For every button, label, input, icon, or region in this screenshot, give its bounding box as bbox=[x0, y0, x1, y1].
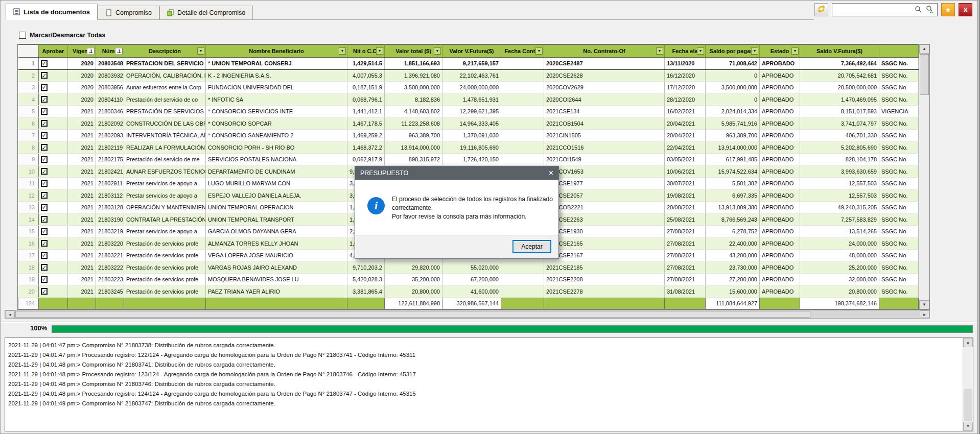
filter-arrow-icon[interactable]: ▼ bbox=[376, 47, 383, 55]
row-checkbox[interactable]: ✓ bbox=[41, 120, 48, 127]
row-checkbox[interactable]: ✓ bbox=[41, 288, 48, 295]
refresh-button[interactable] bbox=[814, 3, 828, 16]
cell-extra: VIGENCIA bbox=[879, 106, 919, 118]
table-row[interactable]: 5✓202121800346PRESTACIÓN DE SERVICIOS PA… bbox=[18, 106, 919, 118]
tab-detalle-del-compromiso[interactable]: Detalle del Compromiso bbox=[159, 6, 253, 19]
console-scroll-thumb[interactable] bbox=[964, 390, 972, 421]
row-checkbox[interactable]: ✓ bbox=[41, 156, 48, 163]
console-scroll-up-icon[interactable]: ▲ bbox=[963, 338, 973, 347]
table-row[interactable]: 7✓202121802093INTERVENTORÍA TÉCNICA, ADM… bbox=[18, 130, 919, 142]
filter-arrow-icon[interactable]: ▼ bbox=[656, 47, 663, 55]
row-checkbox[interactable]: ✓ bbox=[41, 132, 48, 139]
total-cell-descripcion bbox=[124, 298, 206, 309]
cell-contrato: 2021CSE2185 bbox=[544, 261, 665, 274]
filter-arrow-icon[interactable]: ▼ bbox=[339, 47, 346, 55]
table-row[interactable]: 19✓202121803223Prestación de servicios p… bbox=[18, 274, 919, 286]
cell-saldo_vfutura: 25,200,000 bbox=[800, 261, 879, 274]
row-checkbox[interactable]: ✓ bbox=[41, 72, 48, 79]
col-header-aprobar[interactable]: Aprobar bbox=[39, 45, 68, 58]
table-row[interactable]: 9✓202121802175Prestación del servicio de… bbox=[18, 154, 919, 166]
cell-valor_vfutura: 9,217,659,157 bbox=[442, 58, 501, 70]
cell-contrato: 2021CCO1516 bbox=[544, 141, 665, 154]
console-scrollbar[interactable]: ▲ ▼ bbox=[963, 338, 973, 431]
search-next-icon[interactable] bbox=[926, 6, 934, 16]
row-checkbox[interactable]: ✓ bbox=[41, 84, 48, 91]
col-header-fecha_contrato[interactable]: Fecha Contra▼ bbox=[501, 45, 544, 58]
table-row[interactable]: 6✓202121802092CONSTRUCCIÓN DE LAS OBRA* … bbox=[18, 117, 919, 130]
tab-compromiso[interactable]: Compromiso bbox=[98, 6, 159, 19]
table-row[interactable]: 3✓202020803956Aunar esfuerzos entre la C… bbox=[18, 82, 919, 94]
col-header-label: Nit o C.C( bbox=[353, 48, 379, 54]
col-header-vigencia[interactable]: Vigenc.1 bbox=[68, 45, 96, 58]
scroll-up-icon[interactable]: ▲ bbox=[919, 44, 929, 54]
table-row[interactable]: 2✓202020803932OPERACIÓN, CALIBRACIÓN, MK… bbox=[18, 69, 919, 82]
search-icon[interactable] bbox=[915, 6, 922, 15]
row-checkbox[interactable]: ✓ bbox=[41, 144, 48, 151]
cell-aprobar: ✓ bbox=[39, 106, 68, 118]
row-checkbox[interactable]: ✓ bbox=[41, 240, 48, 247]
horizontal-scroll-thumb[interactable] bbox=[15, 311, 810, 318]
sort-order-badge[interactable]: .1 bbox=[87, 48, 95, 55]
console-scroll-down-icon[interactable]: ▼ bbox=[963, 422, 973, 431]
row-checkbox[interactable]: ✓ bbox=[41, 168, 48, 175]
row-checkbox[interactable]: ✓ bbox=[41, 96, 48, 103]
tab-lista-de-documentos[interactable]: Lista de documentos bbox=[6, 4, 98, 20]
row-checkbox[interactable]: ✓ bbox=[41, 192, 48, 199]
filter-arrow-icon[interactable]: ▼ bbox=[697, 47, 704, 55]
table-row[interactable]: 20✓202121803245Prestación de servicios p… bbox=[18, 285, 919, 298]
cell-saldo_vfutura: 48,000,000 bbox=[800, 250, 879, 262]
col-header-numero[interactable]: Núme.1 bbox=[96, 45, 124, 58]
filter-arrow-icon[interactable]: ▼ bbox=[434, 47, 441, 55]
grid-horizontal-scrollbar[interactable]: ◄ ► bbox=[5, 310, 930, 319]
col-header-extra[interactable] bbox=[879, 45, 919, 58]
filter-arrow-icon[interactable]: ▼ bbox=[535, 47, 543, 55]
dialog-close-icon[interactable]: × bbox=[549, 166, 553, 179]
grid-vertical-scrollbar[interactable]: ▲ ▼ bbox=[919, 44, 929, 309]
row-checkbox[interactable]: ✓ bbox=[41, 108, 48, 115]
dialog-message-line: Por favor revise la consola para más inf… bbox=[392, 212, 553, 221]
col-header-fecha_ela[interactable]: Fecha ela▼ bbox=[665, 45, 706, 58]
row-checkbox[interactable]: ✓ bbox=[41, 216, 48, 223]
select-all-checkbox[interactable] bbox=[19, 32, 26, 39]
sort-order-badge[interactable]: .1 bbox=[115, 48, 123, 55]
row-checkbox[interactable]: ✓ bbox=[41, 180, 48, 187]
col-header-nit[interactable]: Nit o C.C(▼ bbox=[347, 45, 385, 58]
table-row[interactable]: 18✓202121803222Prestación de servicios p… bbox=[18, 261, 919, 274]
close-icon: X bbox=[963, 6, 968, 14]
scroll-right-icon[interactable]: ► bbox=[920, 310, 929, 318]
vertical-scroll-thumb[interactable] bbox=[920, 54, 929, 95]
col-header-saldo_vfutura[interactable]: Saldo V.Futura($) bbox=[800, 45, 879, 58]
col-header-saldo_pagar[interactable]: Saldo por pagar |▼ bbox=[706, 45, 760, 58]
scroll-down-icon[interactable]: ▼ bbox=[919, 300, 929, 309]
dialog-titlebar[interactable]: PRESUPUESTO × bbox=[355, 166, 558, 180]
col-header-estado[interactable]: Estado▼ bbox=[760, 45, 800, 58]
col-header-descripcion[interactable]: Descripción▼ bbox=[124, 45, 206, 58]
filter-arrow-icon[interactable]: ▼ bbox=[197, 47, 204, 55]
col-header-valor_total[interactable]: Valor total ($)▼ bbox=[385, 45, 442, 58]
cell-fecha_contrato bbox=[501, 285, 544, 298]
table-row[interactable]: 1✓202020803548PRESTACION DEL SERVICIO DE… bbox=[18, 58, 919, 70]
col-header-valor_vfutura[interactable]: Valor V.Futura($) bbox=[442, 45, 501, 58]
cell-extra: SSGC No. bbox=[879, 213, 919, 226]
row-checkbox[interactable]: ✓ bbox=[41, 204, 48, 211]
cell-fecha_contrato bbox=[501, 82, 544, 94]
cell-estado: APROBADO bbox=[760, 165, 800, 178]
col-header-beneficiario[interactable]: Nombre Beneficiario▼ bbox=[206, 45, 347, 58]
table-row[interactable]: 8✓202121802119REALIZAR LA FORMULACIÓN DC… bbox=[18, 141, 919, 154]
row-checkbox[interactable]: ✓ bbox=[41, 276, 48, 283]
scroll-left-icon[interactable]: ◄ bbox=[5, 310, 15, 318]
col-header-contrato[interactable]: No. Contrato-Of▼ bbox=[544, 45, 665, 58]
cell-numero: 21802175 bbox=[96, 154, 124, 166]
filter-arrow-icon[interactable]: ▼ bbox=[791, 47, 799, 55]
row-checkbox[interactable]: ✓ bbox=[41, 60, 48, 67]
aceptar-button[interactable]: Aceptar bbox=[512, 240, 551, 253]
row-checkbox[interactable]: ✓ bbox=[41, 252, 48, 259]
table-row[interactable]: 4✓202020804110Prestación del servicio de… bbox=[18, 93, 919, 106]
cell-saldo_pagar: 2,024,014,334 bbox=[706, 106, 760, 118]
row-checkbox[interactable]: ✓ bbox=[41, 264, 48, 271]
close-button[interactable]: X bbox=[959, 3, 972, 16]
favorites-button[interactable]: ★ bbox=[941, 3, 955, 16]
row-checkbox[interactable]: ✓ bbox=[41, 228, 48, 235]
cell-aprobar: ✓ bbox=[39, 250, 68, 262]
filter-arrow-icon[interactable]: ▼ bbox=[751, 47, 758, 55]
